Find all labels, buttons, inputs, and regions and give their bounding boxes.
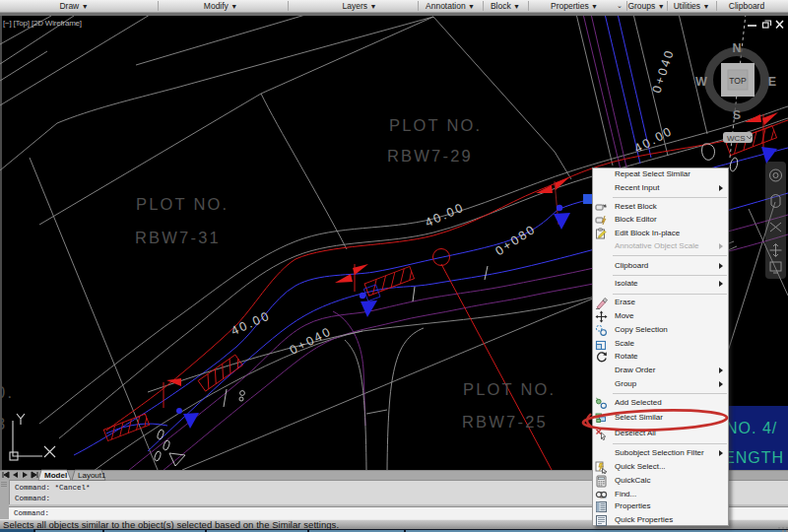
svg-text:RBW7-25: RBW7-25 <box>462 413 548 431</box>
svg-text:3: 3 <box>0 415 7 432</box>
svg-text:TOP: TOP <box>729 76 747 86</box>
svg-text:40.00: 40.00 <box>423 200 466 230</box>
svg-text:WCS: WCS <box>727 134 746 143</box>
svg-text:Layout1: Layout1 <box>78 471 106 480</box>
svg-text:Model: Model <box>44 471 67 480</box>
svg-text:0.: 0. <box>0 383 14 401</box>
svg-text:S: S <box>733 108 741 122</box>
svg-text:abc: abc <box>600 495 606 499</box>
svg-text:NO. 4/: NO. 4/ <box>726 420 777 436</box>
svg-text:0+080: 0+080 <box>492 222 538 258</box>
svg-text:W: W <box>695 75 707 89</box>
svg-text:RBW7-29: RBW7-29 <box>387 147 473 165</box>
svg-text:ENGTH: ENGTH <box>724 449 784 466</box>
svg-text:40.00: 40.00 <box>229 308 272 338</box>
svg-text:N: N <box>732 41 741 55</box>
svg-text:E: E <box>768 75 776 89</box>
svg-text:PLOT NO.: PLOT NO. <box>463 380 556 398</box>
svg-text:RBW7-31: RBW7-31 <box>135 229 221 246</box>
svg-text:PLOT NO.: PLOT NO. <box>389 116 482 134</box>
svg-text:PLOT NO.: PLOT NO. <box>136 195 229 213</box>
svg-text:0+040: 0+040 <box>650 47 678 95</box>
